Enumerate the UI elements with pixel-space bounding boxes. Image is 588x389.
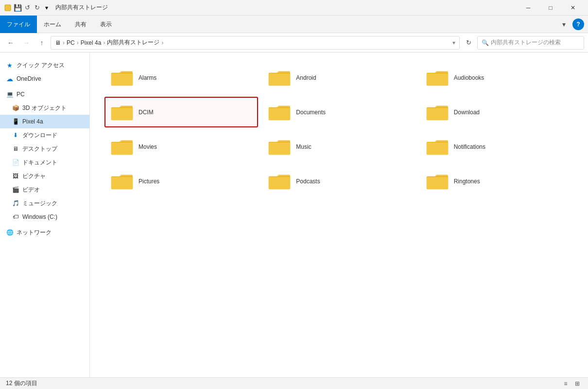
cloud-icon [6, 75, 14, 83]
tab-share[interactable]: 共有 [68, 16, 93, 33]
folder-item-alarms[interactable]: Alarms [104, 62, 258, 93]
sidebar-section-quick: クイック アクセス OneDrive [0, 58, 89, 86]
sidebar-section-pc: PC 3D オブジェクト Pixel 4a ダウンロード デスクトップ ドキュメ… [0, 88, 89, 224]
sidebar-item-music[interactable]: ミュージック [0, 196, 89, 210]
sidebar-label-pixel4a: Pixel 4a [22, 118, 43, 125]
redo-icon[interactable]: ↻ [33, 4, 41, 12]
tab-file[interactable]: ファイル [0, 16, 37, 33]
svg-rect-10 [269, 108, 290, 120]
folder-item-download[interactable]: Download [420, 97, 573, 127]
svg-rect-8 [111, 108, 133, 120]
folder-name-documents: Documents [296, 109, 326, 116]
svg-rect-0 [5, 5, 11, 11]
address-path[interactable]: 🖥 › PC › Pixel 4a › 内部共有ストレージ › ▾ [51, 36, 460, 50]
maximize-button[interactable]: □ [539, 0, 562, 16]
folder-icon-podcasts [268, 171, 291, 192]
folder-name-podcasts: Podcasts [296, 178, 320, 185]
folder-icon-alarms [110, 67, 134, 88]
path-pc[interactable]: PC [67, 39, 75, 46]
folder-icon-music [268, 136, 291, 157]
svg-rect-22 [269, 177, 290, 189]
tab-view[interactable]: 表示 [93, 16, 119, 33]
refresh-button[interactable]: ↻ [462, 36, 475, 50]
documents-icon [12, 159, 19, 166]
svg-rect-6 [427, 73, 448, 86]
desktop-icon [12, 145, 19, 153]
sidebar-item-onedrive[interactable]: OneDrive [0, 72, 89, 86]
up-button[interactable]: ↑ [35, 36, 49, 50]
network-icon [6, 229, 14, 236]
folder-item-dcim[interactable]: DCIM [104, 97, 258, 127]
folder-icon-pictures [110, 171, 134, 192]
folder-name-music: Music [296, 143, 311, 150]
item-count: 12 個の項目 [6, 379, 37, 388]
folder-item-movies[interactable]: Movies [104, 131, 258, 162]
title-bar: 💾 ↺ ↻ ▾ 内部共有ストレージ ─ □ ✕ [0, 0, 588, 16]
sidebar-item-pixel4a[interactable]: Pixel 4a [0, 115, 89, 128]
folder-name-pictures: Pictures [138, 178, 159, 185]
quick-access-icon: ▾ [43, 4, 51, 12]
sidebar-item-documents[interactable]: ドキュメント [0, 156, 89, 169]
folder-item-podcasts[interactable]: Podcasts [262, 166, 415, 196]
status-bar: 12 個の項目 ≡ ⊞ [0, 377, 588, 389]
folder-item-documents[interactable]: Documents [262, 97, 415, 127]
sidebar-item-network[interactable]: ネットワーク [0, 226, 89, 239]
folder-name-android: Android [296, 74, 316, 81]
tab-home[interactable]: ホーム [37, 16, 68, 33]
close-button[interactable]: ✕ [562, 0, 584, 16]
folder-item-notifications[interactable]: Notifications [420, 131, 573, 162]
help-button[interactable]: ? [572, 18, 584, 30]
sidebar-label-pictures: ピクチャ [22, 172, 46, 180]
save-icon[interactable]: 💾 [14, 4, 21, 12]
path-dropdown-icon[interactable]: ▾ [452, 39, 455, 46]
folder-name-movies: Movies [138, 143, 157, 150]
folder-name-alarms: Alarms [138, 74, 156, 81]
sidebar-item-windows-c[interactable]: Windows (C:) [0, 210, 89, 224]
folder-icon-movies [110, 136, 134, 157]
folder-item-android[interactable]: Android [262, 62, 415, 93]
sidebar-item-desktop[interactable]: デスクトップ [0, 142, 89, 156]
folder-item-pictures[interactable]: Pictures [104, 166, 258, 196]
forward-button[interactable]: → [19, 36, 33, 50]
sidebar-label-onedrive: OneDrive [17, 75, 41, 82]
main-area: クイック アクセス OneDrive PC 3D オブジェクト Pixel 4a [0, 53, 588, 377]
pictures-icon [12, 172, 19, 180]
search-box[interactable]: 🔍 内部共有ストレージの検索 [477, 36, 584, 50]
list-view-button[interactable]: ≡ [561, 379, 571, 389]
folder-item-ringtones[interactable]: Ringtones [420, 166, 573, 196]
address-bar: ← → ↑ 🖥 › PC › Pixel 4a › 内部共有ストレージ › ▾ … [0, 33, 588, 53]
svg-rect-16 [269, 142, 290, 155]
folder-icon-documents [268, 102, 291, 123]
folder-name-dcim: DCIM [138, 109, 154, 116]
folder-grid: Alarms Android Audiobooks DCIM Documents… [104, 62, 573, 196]
sidebar-label-videos: ビデオ [22, 186, 40, 194]
path-device[interactable]: Pixel 4a [81, 39, 102, 46]
path-storage[interactable]: 内部共有ストレージ [107, 38, 159, 47]
folder-icon-android [268, 67, 291, 88]
sidebar-item-download[interactable]: ダウンロード [0, 128, 89, 142]
folder-icon-notifications [426, 136, 449, 157]
sidebar: クイック アクセス OneDrive PC 3D オブジェクト Pixel 4a [0, 53, 90, 377]
sidebar-item-quick-access[interactable]: クイック アクセス [0, 58, 89, 72]
folder-item-audiobooks[interactable]: Audiobooks [420, 62, 573, 93]
sidebar-label-documents: ドキュメント [22, 159, 57, 167]
windows-c-icon [12, 213, 19, 221]
sidebar-item-3d-objects[interactable]: 3D オブジェクト [0, 101, 89, 115]
sidebar-item-pictures[interactable]: ピクチャ [0, 169, 89, 183]
svg-rect-18 [427, 142, 448, 155]
grid-view-button[interactable]: ⊞ [572, 379, 582, 389]
sidebar-item-videos[interactable]: ビデオ [0, 183, 89, 196]
minimize-button[interactable]: ─ [517, 0, 539, 16]
sidebar-label-network: ネットワーク [17, 229, 52, 237]
svg-rect-20 [111, 177, 133, 189]
search-icon: 🔍 [482, 39, 489, 46]
back-button[interactable]: ← [4, 36, 17, 50]
sidebar-section-network: ネットワーク [0, 226, 89, 239]
sidebar-item-pc[interactable]: PC [0, 88, 89, 101]
folder-item-music[interactable]: Music [262, 131, 415, 162]
ribbon: ファイル ホーム 共有 表示 ▾ ? [0, 16, 588, 33]
chevron-down-icon[interactable]: ▾ [557, 18, 571, 31]
box3d-icon [12, 104, 19, 112]
undo-icon[interactable]: ↺ [23, 4, 31, 12]
title-bar-icons: 💾 ↺ ↻ ▾ [4, 4, 51, 12]
